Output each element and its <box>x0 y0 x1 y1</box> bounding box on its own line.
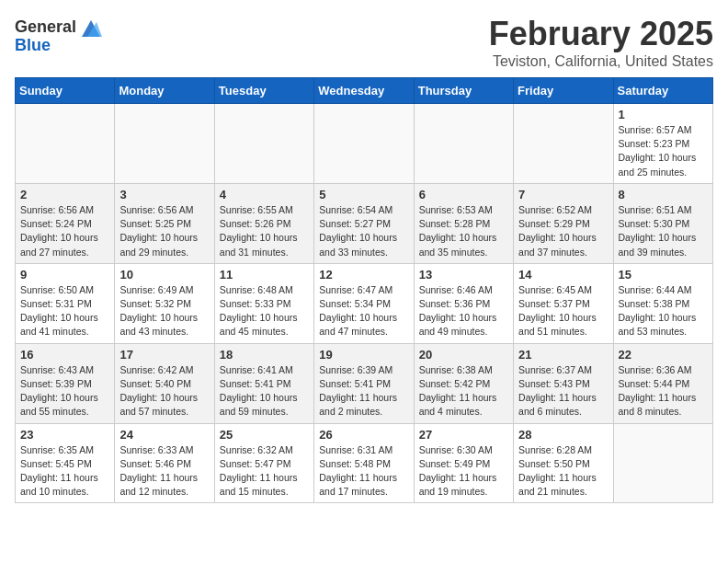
day-number: 26 <box>319 428 408 442</box>
calendar: Sunday Monday Tuesday Wednesday Thursday… <box>15 77 713 503</box>
table-row <box>414 104 513 184</box>
day-number: 8 <box>619 188 708 201</box>
day-info: Sunrise: 6:39 AM Sunset: 5:41 PM Dayligh… <box>319 363 408 419</box>
day-number: 22 <box>619 348 708 362</box>
day-number: 10 <box>119 268 209 282</box>
table-row: 21Sunrise: 6:37 AM Sunset: 5:43 PM Dayli… <box>514 343 613 423</box>
month-title: February 2025 <box>489 15 713 53</box>
table-row: 25Sunrise: 6:32 AM Sunset: 5:47 PM Dayli… <box>214 423 313 503</box>
day-number: 13 <box>419 268 508 282</box>
day-info: Sunrise: 6:28 AM Sunset: 5:50 PM Dayligh… <box>518 443 608 500</box>
logo: General Blue <box>15 15 104 55</box>
day-number: 6 <box>419 188 508 201</box>
day-number: 23 <box>20 428 109 442</box>
day-info: Sunrise: 6:32 AM Sunset: 5:47 PM Dayligh… <box>220 443 309 500</box>
header: General Blue February 2025 Teviston, Cal… <box>15 15 713 70</box>
table-row <box>314 104 414 184</box>
day-info: Sunrise: 6:45 AM Sunset: 5:37 PM Dayligh… <box>518 283 608 339</box>
day-info: Sunrise: 6:43 AM Sunset: 5:39 PM Dayligh… <box>20 363 109 419</box>
table-row: 18Sunrise: 6:41 AM Sunset: 5:41 PM Dayli… <box>214 343 313 423</box>
day-number: 11 <box>220 268 309 282</box>
day-number: 19 <box>319 348 408 362</box>
day-info: Sunrise: 6:52 AM Sunset: 5:29 PM Dayligh… <box>518 203 608 259</box>
table-row <box>16 104 115 184</box>
calendar-week-row: 1Sunrise: 6:57 AM Sunset: 5:23 PM Daylig… <box>16 104 713 184</box>
day-info: Sunrise: 6:56 AM Sunset: 5:25 PM Dayligh… <box>119 203 209 259</box>
day-info: Sunrise: 6:55 AM Sunset: 5:26 PM Dayligh… <box>220 203 309 259</box>
calendar-week-row: 23Sunrise: 6:35 AM Sunset: 5:45 PM Dayli… <box>16 423 713 503</box>
day-number: 27 <box>419 428 508 442</box>
day-number: 7 <box>518 188 608 201</box>
day-number: 4 <box>220 188 309 201</box>
day-number: 20 <box>419 348 508 362</box>
table-row: 10Sunrise: 6:49 AM Sunset: 5:32 PM Dayli… <box>115 263 214 343</box>
day-number: 3 <box>119 188 209 201</box>
col-saturday: Saturday <box>613 78 712 104</box>
calendar-week-row: 2Sunrise: 6:56 AM Sunset: 5:24 PM Daylig… <box>16 183 713 263</box>
table-row <box>514 104 613 184</box>
day-number: 15 <box>619 268 708 282</box>
title-area: February 2025 Teviston, California, Unit… <box>489 15 713 70</box>
day-info: Sunrise: 6:53 AM Sunset: 5:28 PM Dayligh… <box>419 203 508 259</box>
table-row: 2Sunrise: 6:56 AM Sunset: 5:24 PM Daylig… <box>16 183 115 263</box>
table-row: 12Sunrise: 6:47 AM Sunset: 5:34 PM Dayli… <box>314 263 414 343</box>
col-friday: Friday <box>514 78 613 104</box>
day-info: Sunrise: 6:49 AM Sunset: 5:32 PM Dayligh… <box>119 283 209 339</box>
day-number: 17 <box>119 348 209 362</box>
table-row: 26Sunrise: 6:31 AM Sunset: 5:48 PM Dayli… <box>314 423 414 503</box>
table-row <box>115 104 214 184</box>
day-number: 5 <box>319 188 408 201</box>
table-row <box>214 104 313 184</box>
day-info: Sunrise: 6:30 AM Sunset: 5:49 PM Dayligh… <box>419 443 508 500</box>
day-number: 24 <box>119 428 209 442</box>
col-tuesday: Tuesday <box>214 78 313 104</box>
day-info: Sunrise: 6:47 AM Sunset: 5:34 PM Dayligh… <box>319 283 408 339</box>
day-info: Sunrise: 6:42 AM Sunset: 5:40 PM Dayligh… <box>119 363 209 419</box>
day-info: Sunrise: 6:56 AM Sunset: 5:24 PM Dayligh… <box>20 203 109 259</box>
table-row: 3Sunrise: 6:56 AM Sunset: 5:25 PM Daylig… <box>115 183 214 263</box>
day-info: Sunrise: 6:50 AM Sunset: 5:31 PM Dayligh… <box>20 283 109 339</box>
day-info: Sunrise: 6:48 AM Sunset: 5:33 PM Dayligh… <box>220 283 309 339</box>
day-info: Sunrise: 6:41 AM Sunset: 5:41 PM Dayligh… <box>220 363 309 419</box>
col-thursday: Thursday <box>414 78 513 104</box>
calendar-week-row: 9Sunrise: 6:50 AM Sunset: 5:31 PM Daylig… <box>16 263 713 343</box>
day-number: 25 <box>220 428 309 442</box>
table-row: 16Sunrise: 6:43 AM Sunset: 5:39 PM Dayli… <box>16 343 115 423</box>
day-info: Sunrise: 6:37 AM Sunset: 5:43 PM Dayligh… <box>518 363 608 419</box>
day-info: Sunrise: 6:57 AM Sunset: 5:23 PM Dayligh… <box>619 123 708 179</box>
day-number: 21 <box>518 348 608 362</box>
day-number: 28 <box>518 428 608 442</box>
table-row: 20Sunrise: 6:38 AM Sunset: 5:42 PM Dayli… <box>414 343 513 423</box>
day-number: 16 <box>20 348 109 362</box>
col-monday: Monday <box>115 78 214 104</box>
table-row: 28Sunrise: 6:28 AM Sunset: 5:50 PM Dayli… <box>514 423 613 503</box>
day-info: Sunrise: 6:33 AM Sunset: 5:46 PM Dayligh… <box>119 443 209 500</box>
day-number: 2 <box>20 188 109 201</box>
col-sunday: Sunday <box>16 78 115 104</box>
table-row: 24Sunrise: 6:33 AM Sunset: 5:46 PM Dayli… <box>115 423 214 503</box>
day-number: 1 <box>619 108 708 121</box>
location-title: Teviston, California, United States <box>489 53 713 70</box>
table-row: 7Sunrise: 6:52 AM Sunset: 5:29 PM Daylig… <box>514 183 613 263</box>
table-row: 23Sunrise: 6:35 AM Sunset: 5:45 PM Dayli… <box>16 423 115 503</box>
table-row: 13Sunrise: 6:46 AM Sunset: 5:36 PM Dayli… <box>414 263 513 343</box>
day-info: Sunrise: 6:35 AM Sunset: 5:45 PM Dayligh… <box>20 443 109 500</box>
day-info: Sunrise: 6:54 AM Sunset: 5:27 PM Dayligh… <box>319 203 408 259</box>
calendar-header-row: Sunday Monday Tuesday Wednesday Thursday… <box>16 78 713 104</box>
table-row: 9Sunrise: 6:50 AM Sunset: 5:31 PM Daylig… <box>16 263 115 343</box>
day-info: Sunrise: 6:31 AM Sunset: 5:48 PM Dayligh… <box>319 443 408 500</box>
table-row: 17Sunrise: 6:42 AM Sunset: 5:40 PM Dayli… <box>115 343 214 423</box>
table-row <box>613 423 712 503</box>
table-row: 22Sunrise: 6:36 AM Sunset: 5:44 PM Dayli… <box>613 343 712 423</box>
day-number: 9 <box>20 268 109 282</box>
table-row: 14Sunrise: 6:45 AM Sunset: 5:37 PM Dayli… <box>514 263 613 343</box>
table-row: 6Sunrise: 6:53 AM Sunset: 5:28 PM Daylig… <box>414 183 513 263</box>
day-info: Sunrise: 6:46 AM Sunset: 5:36 PM Dayligh… <box>419 283 508 339</box>
logo-blue-text: Blue <box>15 37 104 55</box>
day-info: Sunrise: 6:44 AM Sunset: 5:38 PM Dayligh… <box>619 283 708 339</box>
day-number: 12 <box>319 268 408 282</box>
table-row: 5Sunrise: 6:54 AM Sunset: 5:27 PM Daylig… <box>314 183 414 263</box>
table-row: 19Sunrise: 6:39 AM Sunset: 5:41 PM Dayli… <box>314 343 414 423</box>
day-number: 18 <box>220 348 309 362</box>
table-row: 4Sunrise: 6:55 AM Sunset: 5:26 PM Daylig… <box>214 183 313 263</box>
